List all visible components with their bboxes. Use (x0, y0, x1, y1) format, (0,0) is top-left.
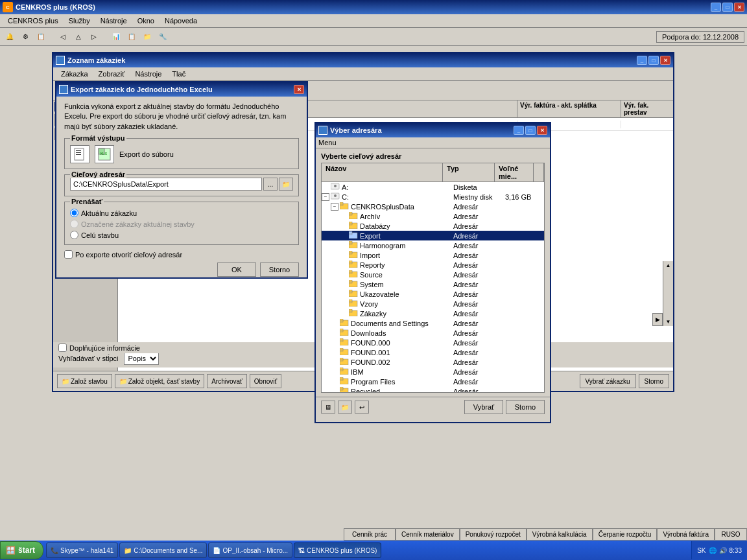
radio-oznacene-input[interactable] (70, 220, 78, 228)
tree-item[interactable]: Export Adresár (322, 231, 544, 240)
tree-item[interactable]: Source Adresár (322, 270, 544, 279)
tree-item[interactable]: A: Disketa (322, 182, 544, 192)
tree-item[interactable]: Downloads Adresár (322, 328, 544, 338)
zoznam-menu-zobrazit[interactable]: Zobraziť (93, 69, 130, 79)
zaloz-stavbu-button[interactable]: 📁 Založ stavbu (57, 374, 112, 388)
zoznam-menu-zakazka[interactable]: Zákazka (56, 69, 93, 79)
vyber-menu-label[interactable]: Menu (318, 139, 337, 146)
tree-item[interactable]: Harmonogram Adresár (322, 240, 544, 250)
scroll-up[interactable]: ▲ (663, 261, 673, 268)
taskbar-item-0[interactable]: 📞 Skype™ - hala141 (46, 542, 118, 558)
vyber-select-button[interactable]: Vybrať (464, 400, 503, 414)
search-dropdown[interactable]: Popis (124, 352, 159, 365)
menu-napoveda[interactable]: Nápoveda (160, 16, 202, 26)
tree-item[interactable]: − C: Miestny disk 3,16 GB (322, 192, 544, 202)
tree-item[interactable]: Reporty Adresár (322, 260, 544, 270)
tree-item[interactable]: System Adresár (322, 279, 544, 289)
zoznam-minimize[interactable]: _ (637, 56, 647, 65)
tree-item[interactable]: Databázy Adresár (322, 221, 544, 231)
toolbar-bell-icon[interactable]: 🔔 (3, 30, 17, 44)
tree-item[interactable]: Vzory Adresár (322, 299, 544, 309)
tree-item[interactable]: Archív Adresár (322, 211, 544, 221)
tab-vyrobna-faktura[interactable]: Výrobná faktúra (657, 528, 715, 541)
vybrat-zakazku-button[interactable]: Vybrať zákazku (580, 374, 636, 388)
maximize-button[interactable]: □ (722, 3, 733, 12)
vyber-cancel-button[interactable]: Storno (506, 400, 545, 414)
radio-aktualna[interactable]: Aktuálnu zákazku (70, 209, 293, 217)
tab-vyrobna-kalk[interactable]: Výrobná kalkulácia (527, 528, 593, 541)
tree-item[interactable]: FOUND.000 Adresár (322, 338, 544, 347)
taskbar-item-2[interactable]: 📄 OP_II.-obsah - Micro... (208, 542, 292, 558)
toolbar-icon5[interactable]: 📋 (124, 30, 139, 44)
menu-okno[interactable]: Okno (132, 16, 160, 26)
tab-ponukovy[interactable]: Ponukový rozpočet (460, 528, 527, 541)
zaloz-objekt-button[interactable]: 📁 Založ objekt, časť stavby (115, 374, 204, 388)
right-scrollbar[interactable]: ▲ ▼ (663, 261, 673, 326)
nav-right-arrow[interactable]: ▶ (652, 313, 663, 326)
toolbar-icon6[interactable]: 📁 (140, 30, 154, 44)
taskbar-item-3[interactable]: 🏗 CENKROS plus (KROS) (294, 542, 381, 558)
radio-cela-input[interactable] (70, 231, 78, 239)
tree-item[interactable]: Ukazovatele Adresár (322, 289, 544, 299)
tree-item[interactable]: Import Adresár (322, 250, 544, 260)
tree-item[interactable]: FOUND.001 Adresár (322, 347, 544, 357)
toolbar-nav-up[interactable]: △ (71, 30, 86, 44)
svg-rect-64 (340, 368, 343, 369)
tree-item[interactable]: IBM Adresár (322, 367, 544, 377)
tree-folder-icon (349, 222, 358, 230)
tree-folder-icon (349, 231, 358, 240)
export-close[interactable]: ✕ (294, 85, 304, 94)
format-icon-excel: XLS (95, 145, 114, 163)
close-button[interactable]: ✕ (734, 3, 744, 12)
menu-cenkros[interactable]: CENKROS plus (3, 16, 64, 26)
tree-item[interactable]: FOUND.002 Adresár (322, 357, 544, 367)
export-cancel-button[interactable]: Storno (260, 262, 299, 277)
taskbar-item-1[interactable]: 📁 C:\Documents and Se... (119, 542, 207, 558)
tree-item[interactable]: − CENKROSplusData Adresár (322, 202, 544, 211)
target-browse-btn1[interactable]: ... (263, 178, 278, 191)
vyber-menu: Menu (316, 137, 550, 148)
zoznam-close[interactable]: ✕ (660, 56, 670, 65)
open-after-checkbox[interactable] (64, 250, 73, 259)
menu-nastroje[interactable]: Nástroje (95, 16, 132, 26)
archivovat-button[interactable]: Archivovať (207, 374, 247, 388)
obnovit-button[interactable]: Obnoviť (250, 374, 281, 388)
zoznam-menu-nastroje[interactable]: Nástroje (130, 69, 167, 79)
toolbar-tool1-icon[interactable]: ⚙ (18, 30, 32, 44)
radio-oznacene[interactable]: Označené zákazky aktuálnej stavby (70, 220, 293, 228)
toolbar-nav-fwd[interactable]: ▷ (87, 30, 101, 44)
tree-item[interactable]: Program Files Adresár (322, 377, 544, 386)
vyber-toolbar-btn1[interactable]: 🖥 (321, 401, 335, 414)
tree-expander[interactable]: − (331, 203, 338, 211)
radio-cela[interactable]: Celú stavbu (70, 231, 293, 239)
export-ok-button[interactable]: OK (217, 262, 256, 277)
toolbar-icon7[interactable]: 🔧 (156, 30, 170, 44)
target-path-input[interactable] (70, 178, 262, 191)
minimize-button[interactable]: _ (711, 3, 721, 12)
storno-zakazku-button[interactable]: Storno (639, 374, 669, 388)
doplnujuce-checkbox[interactable] (58, 344, 67, 352)
toolbar-nav-back[interactable]: ◁ (56, 30, 70, 44)
target-browse-btn2[interactable]: 📁 (279, 178, 293, 191)
tab-cennik-materialov[interactable]: Cenník materiálov (396, 528, 460, 541)
tab-cerpanie[interactable]: Čerpanie rozpočtu (593, 528, 658, 541)
tree-expander[interactable]: − (322, 193, 329, 201)
vyber-toolbar-btn2[interactable]: 📁 (338, 401, 352, 414)
start-button[interactable]: 🪟 štart (0, 541, 43, 559)
tab-cennik-prac[interactable]: Cenník prác (344, 528, 396, 541)
tree-item[interactable]: Documents and Settings Adresár (322, 318, 544, 328)
radio-aktualna-input[interactable] (70, 209, 78, 217)
scroll-down[interactable]: ▼ (663, 319, 673, 325)
zoznam-maximize[interactable]: □ (648, 56, 659, 65)
zoznam-menu-tlac[interactable]: Tlač (167, 69, 191, 79)
menu-sluzby[interactable]: Služby (64, 16, 95, 26)
toolbar-icon4[interactable]: 📊 (109, 30, 123, 44)
vyber-toolbar-btn3[interactable]: ↩ (355, 401, 369, 414)
vyber-maximize[interactable]: □ (525, 126, 536, 135)
tree-item[interactable]: Recycled Adresár (322, 386, 544, 393)
vyber-minimize[interactable]: _ (514, 126, 524, 135)
vyber-close[interactable]: ✕ (537, 126, 547, 135)
toolbar-tool2-icon[interactable]: 📋 (34, 30, 48, 44)
svg-rect-70 (340, 387, 343, 389)
tree-item[interactable]: Zákazky Adresár (322, 309, 544, 318)
